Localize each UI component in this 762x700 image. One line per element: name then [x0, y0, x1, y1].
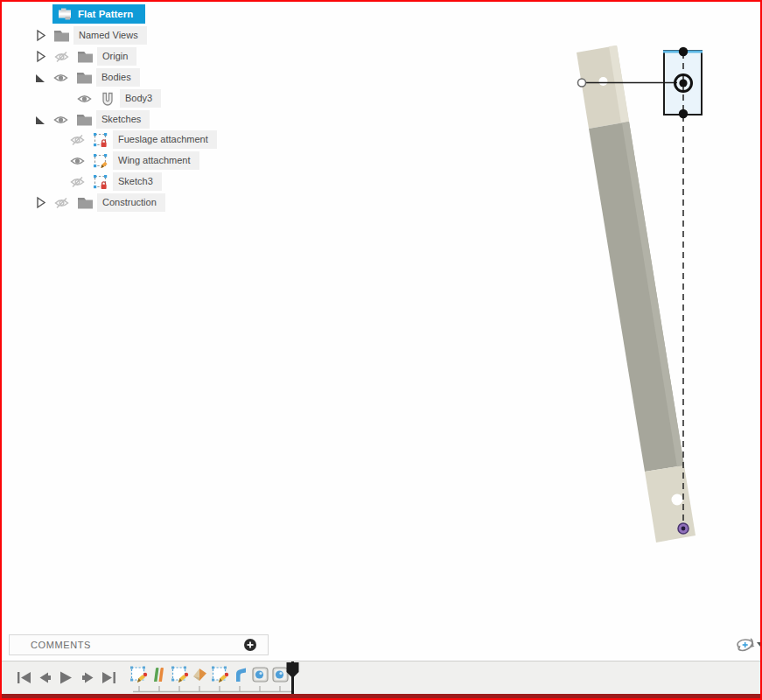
tree-item-label[interactable]: Sketch3 [113, 172, 162, 191]
timeline-track [131, 685, 293, 693]
play-button[interactable] [57, 669, 73, 686]
tree-row-sketches[interactable]: Sketches [33, 110, 150, 129]
eye-hidden-icon[interactable] [68, 175, 87, 188]
eye-visible-icon[interactable] [52, 71, 70, 84]
tree-item-label[interactable]: Construction [97, 193, 165, 212]
tree-item-label[interactable]: Fueslage attachment [113, 130, 217, 149]
tree-item-label[interactable]: Named Views [73, 26, 147, 45]
sketch-feature-icon[interactable] [129, 665, 148, 684]
orbit-control[interactable] [735, 634, 762, 655]
flat-pattern-strip[interactable] [577, 46, 696, 542]
chevron-down-icon[interactable] [757, 642, 762, 647]
sketch-locked-icon [92, 174, 109, 189]
collapse-arrow-icon[interactable] [34, 196, 47, 210]
tree-row-bodies[interactable]: Bodies [33, 68, 140, 87]
go-to-end-button[interactable] [101, 669, 117, 686]
step-back-button[interactable] [37, 669, 53, 686]
tree-row-named-views[interactable]: Named Views [34, 26, 147, 45]
strip-hole-bottom [672, 494, 683, 506]
tree-row-wing-attachment[interactable]: Wing attachment [68, 151, 199, 170]
go-to-start-button[interactable] [16, 669, 32, 686]
flange-feature-icon[interactable] [231, 665, 249, 684]
top-point[interactable] [679, 47, 688, 56]
collapse-arrow-icon[interactable] [34, 50, 47, 64]
eye-hidden-icon[interactable] [52, 196, 71, 209]
open-endpoint-circle[interactable] [578, 79, 586, 87]
purple-endpoint[interactable] [678, 523, 689, 534]
folder-icon [76, 195, 94, 210]
eye-visible-icon[interactable] [68, 154, 87, 167]
body-icon [99, 91, 116, 106]
tree-item-label[interactable]: Wing attachment [113, 151, 199, 170]
folder-icon [76, 49, 94, 64]
folder-icon [75, 70, 93, 85]
strip-hole-top [599, 77, 608, 86]
active-document-header[interactable]: Flat Pattern [52, 4, 145, 24]
plus-circle-icon[interactable] [243, 638, 257, 652]
tree-item-label[interactable]: Origin [97, 47, 136, 66]
bottom-edge-point[interactable] [679, 109, 688, 118]
orbit-icon[interactable] [735, 635, 756, 654]
bend-feature-icon[interactable] [191, 665, 209, 684]
tree-item-label[interactable]: Body3 [120, 89, 161, 108]
timeline-playhead-flag[interactable] [285, 662, 300, 679]
comments-label: COMMENTS [31, 640, 243, 650]
sketch-locked-icon [92, 132, 109, 147]
tree-row-construction[interactable]: Construction [34, 193, 165, 212]
comments-bar[interactable]: COMMENTS [9, 634, 269, 655]
timeline-panel [2, 661, 760, 694]
collapse-arrow-icon[interactable] [34, 29, 47, 43]
tree-row-fueslage-attachment[interactable]: Fueslage attachment [68, 130, 217, 149]
eye-hidden-icon[interactable] [52, 50, 71, 63]
folder-icon [52, 28, 70, 43]
tree-item-label[interactable]: Bodies [96, 68, 140, 87]
sketch-feature-icon[interactable] [211, 665, 229, 684]
eye-visible-icon[interactable] [75, 92, 94, 105]
document-title: Flat Pattern [78, 9, 133, 19]
canvas-viewport [2, 2, 762, 579]
expand-arrow-icon[interactable] [33, 113, 46, 127]
step-forward-button[interactable] [80, 669, 96, 686]
eye-hidden-icon[interactable] [68, 133, 87, 146]
flange-feature-icon[interactable] [150, 665, 169, 684]
sketch-editing-icon [92, 153, 109, 168]
eye-visible-icon[interactable] [52, 113, 70, 126]
expand-arrow-icon[interactable] [33, 71, 46, 85]
tree-row-sketch3[interactable]: Sketch3 [68, 172, 162, 191]
flat-pattern-icon [58, 8, 72, 20]
recording-border-bar [2, 694, 760, 698]
tree-item-label[interactable]: Sketches [96, 110, 150, 129]
folder-icon [75, 112, 93, 127]
sketch-feature-icon[interactable] [171, 665, 189, 684]
tree-row-origin[interactable]: Origin [34, 47, 136, 66]
tree-row-body3[interactable]: Body3 [75, 89, 161, 108]
form-feature-icon[interactable] [251, 665, 269, 684]
